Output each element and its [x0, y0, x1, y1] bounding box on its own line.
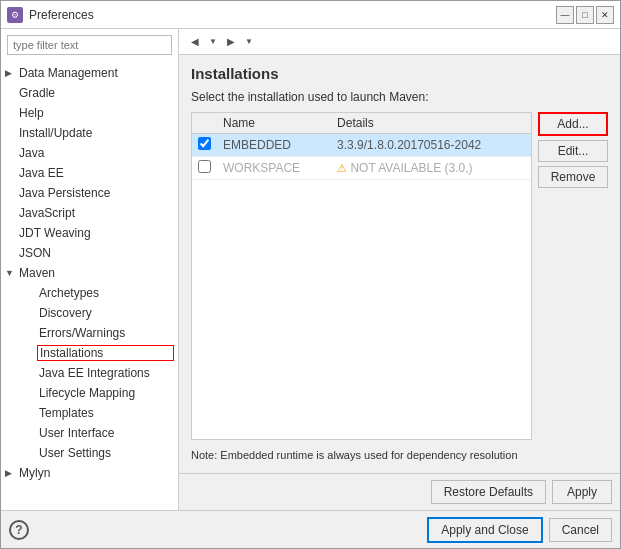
row-checkbox-cell[interactable]: [192, 134, 217, 157]
sidebar-item-data-management[interactable]: ▶ Data Management: [1, 63, 178, 83]
sidebar-tree: ▶ Data Management Gradle Help Install/Up…: [1, 61, 178, 510]
add-button[interactable]: Add...: [538, 112, 608, 136]
back-dropdown-button[interactable]: ▼: [207, 33, 219, 51]
col-header-details: Details: [331, 113, 531, 134]
sidebar-item-user-settings[interactable]: User Settings: [1, 443, 178, 463]
embedded-name: EMBEDDED: [217, 134, 331, 157]
maximize-button[interactable]: □: [576, 6, 594, 24]
title-bar: ⚙ Preferences — □ ✕: [1, 1, 620, 29]
sidebar-item-install-update[interactable]: Install/Update: [1, 123, 178, 143]
sidebar-item-errors-warnings[interactable]: Errors/Warnings: [1, 323, 178, 343]
panel-content: Installations Select the installation us…: [179, 55, 620, 473]
workspace-name: WORKSPACE: [217, 157, 331, 180]
table-row[interactable]: WORKSPACE ⚠ NOT AVAILABLE (3.0,): [192, 157, 531, 180]
installations-table-container: Name Details EMBEDDED 3: [191, 112, 532, 440]
window-controls: — □ ✕: [556, 6, 614, 24]
main-panel: ◀ ▼ ▶ ▼ Installations Select the install…: [179, 29, 620, 510]
panel-title: Installations: [191, 65, 608, 82]
expand-arrow: ▶: [5, 68, 17, 78]
edit-button[interactable]: Edit...: [538, 140, 608, 162]
warning-icon: ⚠: [337, 162, 347, 174]
sidebar-item-jdt-weaving[interactable]: JDT Weaving: [1, 223, 178, 243]
help-button[interactable]: ?: [9, 520, 29, 540]
workspace-checkbox[interactable]: [198, 160, 211, 173]
table-action-buttons: Add... Edit... Remove: [538, 112, 608, 440]
sidebar-item-gradle[interactable]: Gradle: [1, 83, 178, 103]
panel-bottom-buttons: Restore Defaults Apply: [179, 473, 620, 510]
sidebar-item-mylyn[interactable]: ▶ Mylyn: [1, 463, 178, 483]
sidebar-item-lifecycle-mapping[interactable]: Lifecycle Mapping: [1, 383, 178, 403]
sidebar-item-java-ee-integration[interactable]: Java EE Integrations: [1, 363, 178, 383]
content-area: ▶ Data Management Gradle Help Install/Up…: [1, 29, 620, 510]
embedded-checkbox[interactable]: [198, 137, 211, 150]
back-button[interactable]: ◀: [185, 33, 205, 51]
sidebar-item-json[interactable]: JSON: [1, 243, 178, 263]
forward-button[interactable]: ▶: [221, 33, 241, 51]
apply-button[interactable]: Apply: [552, 480, 612, 504]
close-button[interactable]: ✕: [596, 6, 614, 24]
table-row[interactable]: EMBEDDED 3.3.9/1.8.0.20170516-2042: [192, 134, 531, 157]
footer: ? Apply and Close Cancel: [1, 510, 620, 548]
sidebar-item-installations[interactable]: Installations: [1, 343, 178, 363]
cancel-button[interactable]: Cancel: [549, 518, 612, 542]
preferences-window: ⚙ Preferences — □ ✕ ▶ Data Management Gr…: [0, 0, 621, 549]
window-icon: ⚙: [7, 7, 23, 23]
sidebar-item-discovery[interactable]: Discovery: [1, 303, 178, 323]
installations-area: Name Details EMBEDDED 3: [191, 112, 608, 440]
sidebar-item-archetypes[interactable]: Archetypes: [1, 283, 178, 303]
panel-description: Select the installation used to launch M…: [191, 90, 608, 104]
row-checkbox-cell[interactable]: [192, 157, 217, 180]
window-title: Preferences: [29, 8, 556, 22]
sidebar-item-label: Data Management: [17, 66, 174, 80]
minimize-button[interactable]: —: [556, 6, 574, 24]
sidebar: ▶ Data Management Gradle Help Install/Up…: [1, 29, 179, 510]
search-input[interactable]: [7, 35, 172, 55]
forward-dropdown-button[interactable]: ▼: [243, 33, 255, 51]
note-text: Note: Embedded runtime is always used fo…: [191, 448, 608, 463]
sidebar-item-java[interactable]: Java: [1, 143, 178, 163]
sidebar-item-user-interface[interactable]: User Interface: [1, 423, 178, 443]
remove-button[interactable]: Remove: [538, 166, 608, 188]
workspace-details: ⚠ NOT AVAILABLE (3.0,): [331, 157, 531, 180]
footer-left: ?: [9, 520, 421, 540]
sidebar-item-java-persistence[interactable]: Java Persistence: [1, 183, 178, 203]
restore-defaults-button[interactable]: Restore Defaults: [431, 480, 546, 504]
col-header-name: Name: [217, 113, 331, 134]
sidebar-item-help[interactable]: Help: [1, 103, 178, 123]
installations-table: Name Details EMBEDDED 3: [192, 113, 531, 180]
sidebar-item-javascript[interactable]: JavaScript: [1, 203, 178, 223]
nav-bar: ◀ ▼ ▶ ▼: [179, 29, 620, 55]
apply-and-close-button[interactable]: Apply and Close: [427, 517, 542, 543]
embedded-details: 3.3.9/1.8.0.20170516-2042: [331, 134, 531, 157]
sidebar-item-maven[interactable]: ▼ Maven: [1, 263, 178, 283]
col-header-check: [192, 113, 217, 134]
sidebar-item-templates[interactable]: Templates: [1, 403, 178, 423]
sidebar-item-java-ee[interactable]: Java EE: [1, 163, 178, 183]
